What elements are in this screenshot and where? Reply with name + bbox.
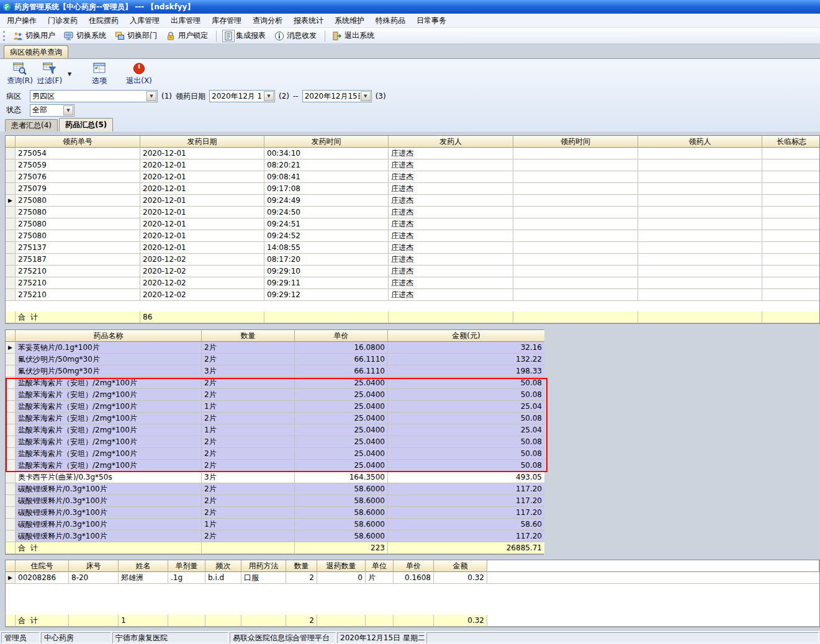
drugs-row[interactable]: 奥卡西平片(曲莱)/0.3g*50s3片164.3500493.05	[6, 472, 543, 483]
grid-cell: 2020-12-02	[140, 266, 264, 277]
menu-item[interactable]: 查询分析	[247, 14, 288, 27]
switch-department-icon	[115, 31, 125, 41]
grid-cell	[487, 615, 819, 627]
ward-combobox[interactable]: 男四区 ▼	[30, 90, 158, 102]
orders-row[interactable]: 2752102020-12-0209:29:10庄进杰	[6, 266, 819, 277]
detail-row[interactable]: ▶002082868-20郑雄洲.1gb.i.d口服20片0.16080.32	[6, 572, 819, 584]
grid-cell: 25.0400	[295, 460, 388, 472]
power-icon	[132, 61, 146, 75]
drugs-row[interactable]: 碳酸锂缓释片/0.3g*100片2片58.6000117.20	[6, 495, 543, 507]
options-button[interactable]: 选项	[84, 60, 114, 87]
grid-cell: 2020-12-01	[140, 171, 264, 183]
grid-cell: 郑雄洲	[119, 572, 168, 584]
drugs-row[interactable]: 碳酸锂缓释片/0.3g*100片2片58.6000117.20	[6, 530, 543, 542]
exit-button[interactable]: 退出(X)	[124, 60, 154, 87]
integrated-report-button[interactable]: 集成报表	[220, 29, 269, 43]
grid-cell: 275210	[16, 277, 140, 289]
status-combobox[interactable]: 全部 ▼	[30, 104, 74, 117]
filter-dropdown-arrow[interactable]: ▼	[65, 60, 74, 87]
chevron-down-icon[interactable]: ▼	[146, 91, 156, 101]
orders-row[interactable]: 2751872020-12-0208:17:20庄进杰	[6, 254, 819, 266]
date-to-picker[interactable]: 2020年12月15日 ▼	[302, 90, 372, 102]
grid-cell: 单位	[366, 560, 394, 572]
exit-system-button[interactable]: 退出系统	[328, 29, 378, 43]
drugs-total-row: 合 计22326885.71	[6, 542, 543, 554]
drugs-row[interactable]: 盐酸苯海索片（安坦）/2mg*100片2片25.040050.08	[6, 377, 543, 389]
grid-cell	[6, 207, 16, 218]
drugs-row[interactable]: 盐酸苯海索片（安坦）/2mg*100片2片25.040050.08	[6, 436, 543, 448]
drugs-row[interactable]: 盐酸苯海索片（安坦）/2mg*100片1片25.040025.04	[6, 401, 543, 413]
grid-cell: 117.20	[388, 495, 544, 507]
switch-department-button[interactable]: 切换部门	[111, 29, 161, 43]
chevron-down-icon[interactable]: ▼	[264, 91, 274, 101]
orders-row[interactable]: 2750542020-12-0100:34:10庄进杰	[6, 148, 819, 159]
grid-cell	[6, 289, 16, 301]
menu-item[interactable]: 住院摆药	[83, 14, 124, 27]
detail-grid: 住院号床号姓名单剂量频次用药方法数量退药数量单位单价金额▶002082868-2…	[5, 560, 820, 627]
orders-row[interactable]: 2750762020-12-0109:08:41庄进杰	[6, 171, 819, 183]
menu-item[interactable]: 特殊药品	[370, 14, 411, 27]
grid-cell	[6, 542, 16, 554]
action-button-label: 选项	[92, 76, 107, 86]
date-from-picker[interactable]: 2020年12月 1日 ▼	[209, 90, 275, 102]
grid-cell: 盐酸苯海索片（安坦）/2mg*100片	[16, 401, 202, 413]
menu-item[interactable]: 门诊发药	[42, 14, 83, 27]
grid-cell	[317, 615, 366, 627]
grid-cell: 单价	[394, 560, 434, 572]
grid-cell: 00208286	[16, 572, 69, 584]
orders-row[interactable]: 2751372020-12-0114:08:55庄进杰	[6, 242, 819, 254]
switch-system-button[interactable]: 切换系统	[60, 29, 110, 43]
chevron-down-icon[interactable]: ▼	[361, 91, 371, 101]
orders-row[interactable]: 2752102020-12-0209:29:12庄进杰	[6, 289, 819, 301]
menu-item[interactable]: 出库管理	[165, 14, 206, 27]
orders-row[interactable]: 2750802020-12-0109:24:50庄进杰	[6, 207, 819, 218]
filter-button[interactable]: 过滤(F)	[35, 60, 65, 87]
drugs-row[interactable]: 碳酸锂缓释片/0.3g*100片2片58.6000117.20	[6, 507, 543, 519]
orders-row[interactable]: 2750802020-12-0109:24:52庄进杰	[6, 230, 819, 242]
grid-cell: 2片	[202, 483, 295, 495]
switch-user-button[interactable]: 切换用户	[9, 29, 59, 43]
drugs-row[interactable]: 盐酸苯海索片（安坦）/2mg*100片2片25.040050.08	[6, 413, 543, 424]
grid-cell: 3片	[202, 472, 295, 483]
menu-item[interactable]: 库存管理	[206, 14, 247, 27]
orders-row[interactable]: 2750592020-12-0108:20:21庄进杰	[6, 159, 819, 171]
user-lock-button[interactable]: 用户锁定	[162, 29, 212, 43]
grid-cell: 2片	[202, 530, 295, 542]
menu-item[interactable]: 用户操作	[1, 14, 42, 27]
menu-item[interactable]: 报表统计	[288, 14, 329, 27]
drugs-row[interactable]: 氟伏沙明片/50mg*30片3片66.1110198.33	[6, 365, 543, 377]
grid-cell	[6, 311, 16, 323]
orders-row[interactable]: 2752102020-12-0209:29:11庄进杰	[6, 277, 819, 289]
drugs-row[interactable]: ▶苯妥英钠片/0.1g*100片2片16.080032.16	[6, 342, 543, 354]
grid-cell	[6, 560, 16, 572]
tab-drug-summary[interactable]: 药品汇总(5)	[59, 118, 113, 132]
grid-cell	[6, 183, 16, 195]
message-button[interactable]: 消息收发	[271, 29, 320, 43]
drugs-row[interactable]: 盐酸苯海索片（安坦）/2mg*100片1片25.040025.04	[6, 424, 543, 436]
drugs-row[interactable]: 盐酸苯海索片（安坦）/2mg*100片2片25.040050.08	[6, 389, 543, 401]
grid-cell: 碳酸锂缓释片/0.3g*100片	[16, 519, 202, 530]
grid-cell	[6, 365, 16, 377]
menu-item[interactable]: 日常事务	[411, 14, 452, 27]
grid-cell: 50.08	[388, 413, 544, 424]
menu-item[interactable]: 入库管理	[124, 14, 165, 27]
drugs-row[interactable]: 碳酸锂缓释片/0.3g*100片2片58.6000117.20	[6, 483, 543, 495]
chevron-down-icon[interactable]: ▼	[63, 105, 73, 115]
query-button[interactable]: 查询(R)	[5, 60, 35, 87]
orders-row[interactable]: 2750802020-12-0109:24:51庄进杰	[6, 218, 819, 230]
grid-cell: 床号	[69, 560, 119, 572]
grid-cell: 2	[286, 615, 317, 627]
orders-row[interactable]: 2750792020-12-0109:17:08庄进杰	[6, 183, 819, 195]
tab-patient-summary[interactable]: 患者汇总(4)	[5, 119, 58, 132]
drugs-row[interactable]: 盐酸苯海索片（安坦）/2mg*100片2片25.040050.08	[6, 460, 543, 472]
orders-row[interactable]: ▶2750802020-12-0109:24:49庄进杰	[6, 195, 819, 207]
grid-cell	[513, 266, 638, 277]
grid-cell: 长临标志	[762, 136, 820, 148]
tab-ward-order-query[interactable]: 病区领药单查询	[4, 45, 68, 58]
tab-label: 病区领药单查询	[10, 47, 62, 58]
drugs-row[interactable]: 氟伏沙明片/50mg*30片2片66.1110132.22	[6, 354, 543, 365]
drugs-row[interactable]: 碳酸锂缓释片/0.3g*100片1片58.600058.60	[6, 519, 543, 530]
menu-item[interactable]: 系统维护	[329, 14, 370, 27]
grid-cell	[6, 171, 16, 183]
drugs-row[interactable]: 盐酸苯海索片（安坦）/2mg*100片2片25.040050.08	[6, 448, 543, 460]
